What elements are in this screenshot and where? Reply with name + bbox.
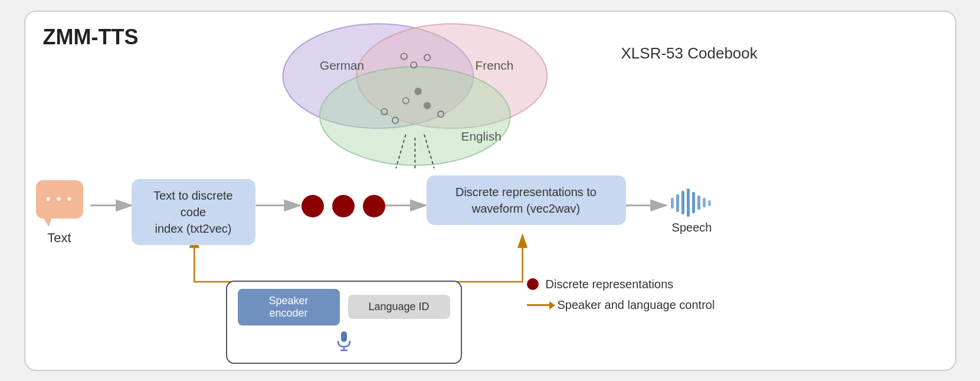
waveform-icon <box>668 186 716 219</box>
legend-orange-arrow-icon <box>527 304 550 306</box>
speech-label: Speech <box>672 221 712 235</box>
svg-rect-32 <box>341 331 347 342</box>
microphone-icon <box>336 330 352 356</box>
rep-circle-1 <box>301 195 324 217</box>
svg-rect-28 <box>692 192 695 213</box>
text-input-area: • • • Text <box>36 180 83 246</box>
language-id-label: Language ID <box>348 295 450 319</box>
svg-rect-25 <box>676 194 679 212</box>
legend-circle-icon <box>527 278 539 290</box>
svg-rect-27 <box>687 188 690 217</box>
svg-point-11 <box>424 102 430 109</box>
rep-circle-3 <box>363 195 385 217</box>
speaker-encoder-container: Speaker encoder Language ID <box>226 281 462 364</box>
legend-area: Discrete representations Speaker and lan… <box>527 278 715 312</box>
legend-discrete-label: Discrete representations <box>546 278 674 291</box>
venn-diagram: German French English <box>244 21 574 168</box>
svg-text:German: German <box>319 58 363 72</box>
svg-rect-30 <box>703 198 706 207</box>
legend-speaker-control: Speaker and language control <box>527 298 715 312</box>
txt2vec-box: Text to discrete codeindex (txt2vec) <box>132 179 255 245</box>
legend-arrow-label: Speaker and language control <box>558 298 715 312</box>
svg-rect-24 <box>671 198 674 209</box>
diagram-container: ZMM-TTS XLSR-53 Codebook German French E… <box>24 11 956 371</box>
speech-output: Speech <box>668 186 716 235</box>
text-label: Text <box>47 230 71 246</box>
discrete-representations <box>301 195 385 217</box>
svg-text:French: French <box>475 58 513 72</box>
legend-discrete: Discrete representations <box>527 278 715 291</box>
svg-rect-26 <box>681 191 684 214</box>
chat-bubble-icon: • • • <box>36 180 83 219</box>
diagram-title: ZMM-TTS <box>43 25 139 50</box>
vec2wav-box: Discrete representations towaveform (vec… <box>427 175 626 225</box>
speaker-inner: Speaker encoder Language ID <box>238 289 450 325</box>
svg-rect-31 <box>708 200 711 206</box>
svg-text:English: English <box>461 129 501 143</box>
speaker-encoder-label: Speaker encoder <box>238 289 340 325</box>
svg-point-10 <box>414 88 421 95</box>
svg-rect-29 <box>697 196 700 210</box>
rep-circle-2 <box>332 195 355 217</box>
xlsr-label: XLSR-53 Codebook <box>621 44 758 63</box>
